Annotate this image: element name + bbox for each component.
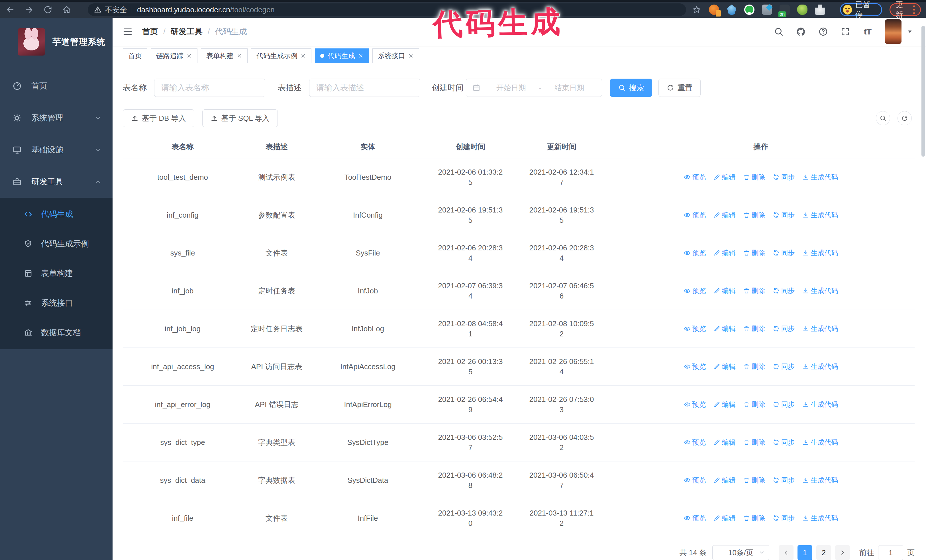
bookmark-star-icon[interactable]: [692, 5, 701, 14]
reset-button[interactable]: 重置: [658, 78, 701, 97]
toggle-search-button[interactable]: [876, 111, 890, 125]
sidebar-subitem-数据库文档[interactable]: 数据库文档: [0, 318, 112, 347]
table-desc-input[interactable]: [309, 78, 420, 97]
prev-page-button[interactable]: [779, 545, 793, 560]
action-预览[interactable]: 预览: [684, 286, 706, 296]
action-编辑[interactable]: 编辑: [713, 210, 736, 220]
import-sql-button[interactable]: 基于 SQL 导入: [202, 109, 278, 127]
action-删除[interactable]: 删除: [743, 286, 765, 296]
action-生成代码[interactable]: 生成代码: [802, 399, 838, 410]
action-同步[interactable]: 同步: [773, 437, 795, 447]
action-删除[interactable]: 删除: [743, 248, 765, 258]
action-编辑[interactable]: 编辑: [713, 361, 736, 372]
action-生成代码[interactable]: 生成代码: [802, 513, 838, 523]
import-db-button[interactable]: 基于 DB 导入: [123, 109, 194, 127]
action-预览[interactable]: 预览: [684, 248, 706, 258]
close-icon[interactable]: [358, 53, 363, 59]
action-同步[interactable]: 同步: [773, 286, 795, 296]
action-预览[interactable]: 预览: [684, 437, 706, 447]
breadcrumb-item[interactable]: 研发工具: [171, 26, 203, 37]
ext-green-check-icon[interactable]: [744, 5, 755, 15]
avatar[interactable]: [885, 20, 902, 44]
action-删除[interactable]: 删除: [743, 475, 765, 485]
ext-orange-icon[interactable]: [709, 5, 719, 15]
fullscreen-icon[interactable]: [840, 26, 851, 37]
close-icon[interactable]: [186, 53, 192, 59]
sidebar-item-系统管理[interactable]: 系统管理: [0, 102, 112, 134]
close-icon[interactable]: [408, 53, 414, 59]
github-icon[interactable]: [796, 26, 806, 37]
help-icon[interactable]: [818, 26, 829, 37]
ext-green-blob-icon[interactable]: [797, 5, 808, 15]
action-同步[interactable]: 同步: [773, 172, 795, 182]
action-同步[interactable]: 同步: [773, 513, 795, 523]
sidebar-subitem-系统接口[interactable]: 系统接口: [0, 288, 112, 318]
refresh-table-button[interactable]: [897, 111, 912, 125]
action-生成代码[interactable]: 生成代码: [802, 172, 838, 182]
action-同步[interactable]: 同步: [773, 248, 795, 258]
action-同步[interactable]: 同步: [773, 475, 795, 485]
fontsize-icon[interactable]: tT: [862, 26, 873, 37]
search-button[interactable]: 搜索: [610, 78, 652, 97]
page-button-1[interactable]: 1: [797, 545, 812, 560]
action-预览[interactable]: 预览: [684, 324, 706, 334]
action-编辑[interactable]: 编辑: [713, 513, 736, 523]
close-icon[interactable]: [300, 53, 306, 59]
action-编辑[interactable]: 编辑: [713, 172, 736, 182]
sidebar-item-首页[interactable]: 首页: [0, 70, 112, 102]
action-生成代码[interactable]: 生成代码: [802, 210, 838, 220]
breadcrumb-item[interactable]: 首页: [142, 26, 158, 37]
action-删除[interactable]: 删除: [743, 210, 765, 220]
action-编辑[interactable]: 编辑: [713, 437, 736, 447]
caret-down-icon[interactable]: [906, 29, 913, 35]
action-删除[interactable]: 删除: [743, 172, 765, 182]
tab-代码生成示例[interactable]: 代码生成示例: [251, 48, 312, 63]
scrollbar-thumb[interactable]: [921, 26, 925, 157]
close-icon[interactable]: [236, 53, 242, 59]
action-预览[interactable]: 预览: [684, 172, 706, 182]
forward-icon[interactable]: [24, 5, 34, 15]
action-同步[interactable]: 同步: [773, 361, 795, 372]
action-预览[interactable]: 预览: [684, 513, 706, 523]
ext-dark-on-icon[interactable]: [779, 5, 790, 15]
extension-paused-badge[interactable]: 已暂停: [840, 3, 882, 16]
action-编辑[interactable]: 编辑: [713, 286, 736, 296]
home-icon[interactable]: [62, 5, 72, 15]
action-生成代码[interactable]: 生成代码: [802, 361, 838, 372]
search-icon[interactable]: [773, 26, 784, 37]
reload-icon[interactable]: [43, 5, 53, 15]
action-预览[interactable]: 预览: [684, 361, 706, 372]
page-button-2[interactable]: 2: [816, 545, 831, 560]
action-删除[interactable]: 删除: [743, 361, 765, 372]
action-生成代码[interactable]: 生成代码: [802, 286, 838, 296]
action-编辑[interactable]: 编辑: [713, 475, 736, 485]
kebab-menu-icon[interactable]: [913, 5, 915, 15]
action-预览[interactable]: 预览: [684, 399, 706, 410]
action-预览[interactable]: 预览: [684, 475, 706, 485]
action-同步[interactable]: 同步: [773, 399, 795, 410]
action-生成代码[interactable]: 生成代码: [802, 324, 838, 334]
hamburger-icon[interactable]: [122, 26, 133, 37]
ext-blue-drop-icon[interactable]: [726, 5, 737, 15]
ext-grid-blue-icon[interactable]: [762, 5, 772, 15]
tab-链路追踪[interactable]: 链路追踪: [151, 48, 197, 63]
page-size-select[interactable]: 10条/页: [712, 545, 769, 560]
sidebar-item-研发工具[interactable]: 研发工具: [0, 166, 112, 198]
address-bar[interactable]: 不安全 dashboard.yudao.iocoder.cn/tool/code…: [88, 3, 686, 16]
next-page-button[interactable]: [835, 545, 850, 560]
action-编辑[interactable]: 编辑: [713, 399, 736, 410]
browser-update-button[interactable]: 更新: [890, 3, 921, 16]
date-range-picker[interactable]: 开始日期 - 结束日期: [466, 78, 602, 97]
action-生成代码[interactable]: 生成代码: [802, 248, 838, 258]
back-icon[interactable]: [5, 5, 15, 15]
table-name-input[interactable]: [154, 78, 265, 97]
action-编辑[interactable]: 编辑: [713, 324, 736, 334]
tab-表单构建[interactable]: 表单构建: [201, 48, 248, 63]
action-删除[interactable]: 删除: [743, 437, 765, 447]
action-删除[interactable]: 删除: [743, 513, 765, 523]
goto-page-input[interactable]: [878, 545, 903, 560]
action-删除[interactable]: 删除: [743, 324, 765, 334]
sidebar-subitem-代码生成[interactable]: 代码生成: [0, 199, 112, 229]
action-生成代码[interactable]: 生成代码: [802, 475, 838, 485]
tab-系统接口[interactable]: 系统接口: [372, 48, 419, 63]
